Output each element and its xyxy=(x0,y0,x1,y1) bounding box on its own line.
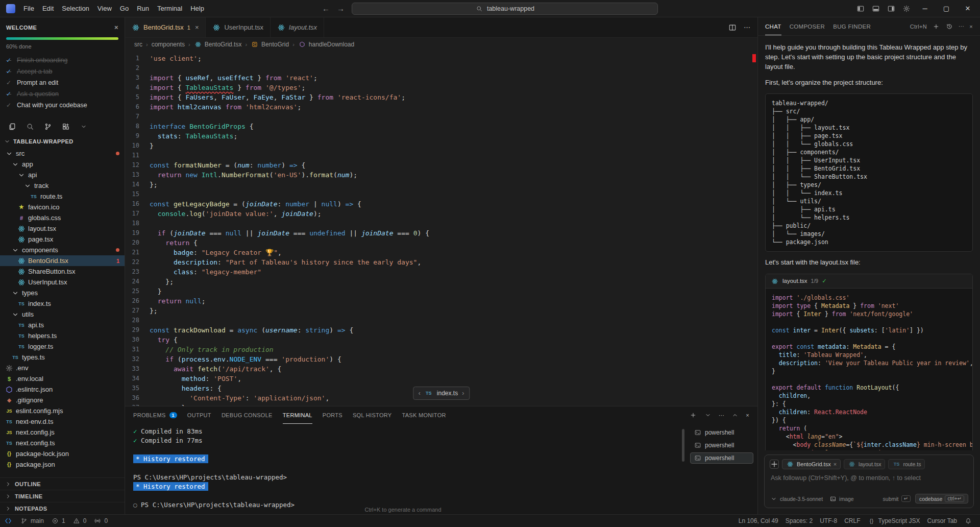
context-chip-route-ts[interactable]: TSroute.ts xyxy=(888,459,925,469)
statusbar-ln-106-col-49[interactable]: Ln 106, Col 49 xyxy=(735,517,782,524)
terminal-session-2[interactable]: powershell xyxy=(690,440,753,451)
tree-item-package-json[interactable]: {}package.json xyxy=(0,459,125,470)
close-icon[interactable]: × xyxy=(114,23,118,31)
close-icon[interactable]: × xyxy=(195,23,199,31)
chat-tab-bug-finder[interactable]: BUG FINDER xyxy=(833,17,871,35)
tree-item-logger-ts[interactable]: TSlogger.ts xyxy=(0,341,125,352)
terminal[interactable]: ✓ Compiled in 83ms✓ Compiled in 77ms* Hi… xyxy=(125,424,681,514)
breadcrumb-bentogrid-tsx[interactable]: BentoGrid.tsx xyxy=(194,40,242,49)
maximize-panel-icon[interactable] xyxy=(731,411,739,419)
statusbar-spaces-2[interactable]: Spaces: 2 xyxy=(782,517,816,524)
tree-item-next-env-d-ts[interactable]: TSnext-env.d.ts xyxy=(0,416,125,427)
toggle-panel-icon[interactable] xyxy=(872,5,880,13)
menu-selection[interactable]: Selection xyxy=(58,3,93,14)
tree-item-env-local[interactable]: $.env.local xyxy=(0,373,125,384)
explorer-icon[interactable] xyxy=(8,123,16,131)
close-icon[interactable]: × xyxy=(746,412,749,418)
tree-item-types-ts[interactable]: TStypes.ts xyxy=(0,352,125,363)
welcome-item-finish-onboarding[interactable]: ✓Finish onboarding xyxy=(6,55,118,66)
toggle-secondary-sidebar-icon[interactable] xyxy=(887,5,895,13)
extensions-icon[interactable] xyxy=(62,123,70,131)
tree-item-next-config-ts[interactable]: TSnext.config.ts xyxy=(0,438,125,448)
section-timeline[interactable]: TIMELINE xyxy=(0,490,125,502)
tree-item-api-ts[interactable]: TSapi.ts xyxy=(0,320,125,330)
tree-item-index-ts[interactable]: TSindex.ts xyxy=(0,298,125,309)
welcome-item-chat-with-your-codebase[interactable]: ✓Chat with your codebase xyxy=(6,100,118,111)
back-icon[interactable]: ← xyxy=(322,4,330,13)
panel-tab-output[interactable]: OUTPUT xyxy=(187,406,211,424)
overview-ruler[interactable] xyxy=(751,51,757,406)
statusbar-0[interactable]: 0 xyxy=(90,515,111,527)
menu-go[interactable]: Go xyxy=(116,3,133,14)
plus-icon[interactable] xyxy=(932,22,940,31)
menu-help[interactable]: Help xyxy=(186,3,208,14)
menu-run[interactable]: Run xyxy=(133,3,153,14)
tree-item-bentogrid-tsx[interactable]: BentoGrid.tsx 1 xyxy=(0,255,125,266)
statusbar-utf-8[interactable]: UTF-8 xyxy=(816,517,841,524)
submit-button[interactable]: submit ↵ xyxy=(883,495,911,502)
panel-tab-task-monitor[interactable]: TASK MONITOR xyxy=(402,406,446,424)
toggle-sidebar-icon[interactable] xyxy=(856,5,865,13)
app-logo-icon[interactable] xyxy=(6,4,15,13)
tree-item-package-lock-json[interactable]: {}package-lock.json xyxy=(0,448,125,459)
tree-item-app[interactable]: app xyxy=(0,159,125,170)
more-icon[interactable]: ⋯ xyxy=(959,23,964,30)
menu-terminal[interactable]: Terminal xyxy=(153,3,186,14)
statusbar-cursor-tab[interactable]: Cursor Tab xyxy=(924,517,961,524)
statusbar-bell[interactable] xyxy=(961,517,976,525)
chevron-right-icon[interactable]: › xyxy=(462,390,464,397)
search-view-icon[interactable] xyxy=(26,123,34,131)
breadcrumb-components[interactable]: components xyxy=(152,41,185,48)
source-control-icon[interactable] xyxy=(44,123,52,131)
panel-tab-debug-console[interactable]: DEBUG CONSOLE xyxy=(222,406,273,424)
tab-userinput-tsx[interactable]: UserInput.tsx xyxy=(206,17,271,37)
statusbar-0[interactable]: 0 xyxy=(69,515,90,527)
welcome-item-prompt-an-edit[interactable]: ✓Prompt an edit xyxy=(6,77,118,88)
context-chip-layout-tsx[interactable]: layout.tsx xyxy=(844,459,885,469)
close-icon[interactable]: × xyxy=(969,23,973,30)
tree-item-track[interactable]: track xyxy=(0,180,125,191)
chat-file-block[interactable]: layout.tsx 1/9 ✓ import './globals.css' … xyxy=(765,274,973,450)
tree-item-route-ts[interactable]: TSroute.ts xyxy=(0,191,125,202)
breadcrumb-handledownload[interactable]: handleDownload xyxy=(298,40,354,49)
section-notepads[interactable]: NOTEPADS xyxy=(0,502,125,514)
panel-tab-terminal[interactable]: TERMINAL xyxy=(283,406,312,424)
menu-file[interactable]: File xyxy=(19,3,38,14)
chat-tab-composer[interactable]: COMPOSER xyxy=(790,17,825,35)
tree-item-types[interactable]: types xyxy=(0,288,125,298)
tree-item-helpers-ts[interactable]: TShelpers.ts xyxy=(0,330,125,341)
panel-tab-problems[interactable]: PROBLEMS 1 xyxy=(133,406,177,424)
tree-item-favicon-ico[interactable]: ★favicon.ico xyxy=(0,202,125,212)
terminal-session-1[interactable]: powershell xyxy=(690,427,753,438)
tree-item-next-config-js[interactable]: JSnext.config.js xyxy=(0,427,125,438)
tree-item-utils[interactable]: utils xyxy=(0,309,125,320)
close-icon[interactable]: × xyxy=(834,461,837,467)
tab-layout-tsx[interactable]: layout.tsx xyxy=(271,17,324,37)
chat-tab-chat[interactable]: CHAT xyxy=(765,17,781,35)
tree-item-gitignore[interactable]: ◆.gitignore xyxy=(0,395,125,405)
command-center-search[interactable]: tableau-wrapped xyxy=(352,3,658,15)
forward-icon[interactable]: → xyxy=(337,4,345,13)
more-icon[interactable]: ⋯ xyxy=(719,412,724,419)
close-button[interactable]: ✕ xyxy=(961,2,975,16)
welcome-item-ask-a-question[interactable]: ✓Ask a question xyxy=(6,88,118,100)
tree-item-userinput-tsx[interactable]: UserInput.tsx xyxy=(0,277,125,288)
breadcrumb-bentogrid[interactable]: BentoGrid xyxy=(251,40,289,49)
tab-bentogrid-tsx[interactable]: BentoGrid.tsx 1 × xyxy=(125,17,206,37)
menu-view[interactable]: View xyxy=(93,3,116,14)
chevron-down-icon[interactable] xyxy=(80,123,88,131)
context-chip-bentogrid-tsx[interactable]: BentoGrid.tsx× xyxy=(782,459,841,469)
chat-input-field[interactable]: Ask followup (Ctrl+Shift+Y), @ to mentio… xyxy=(770,473,968,494)
minimize-button[interactable]: ─ xyxy=(918,2,932,16)
welcome-item-accept-a-tab[interactable]: ✓Accept a tab xyxy=(6,66,118,77)
tree-item-page-tsx[interactable]: page.tsx xyxy=(0,234,125,245)
menu-edit[interactable]: Edit xyxy=(38,3,58,14)
tree-item-eslint-config-mjs[interactable]: JSeslint.config.mjs xyxy=(0,405,125,416)
terminal-session-3[interactable]: powershell xyxy=(690,452,753,464)
tree-item-eslintrc-json[interactable]: .eslintrc.json xyxy=(0,384,125,395)
tree-item-globals-css[interactable]: #globals.css xyxy=(0,212,125,223)
history-icon[interactable] xyxy=(945,22,953,31)
tree-item-layout-tsx[interactable]: layout.tsx xyxy=(0,223,125,234)
breadcrumb[interactable]: src› components› BentoGrid.tsx› BentoGri… xyxy=(125,38,757,51)
tree-item-src[interactable]: src xyxy=(0,148,125,159)
